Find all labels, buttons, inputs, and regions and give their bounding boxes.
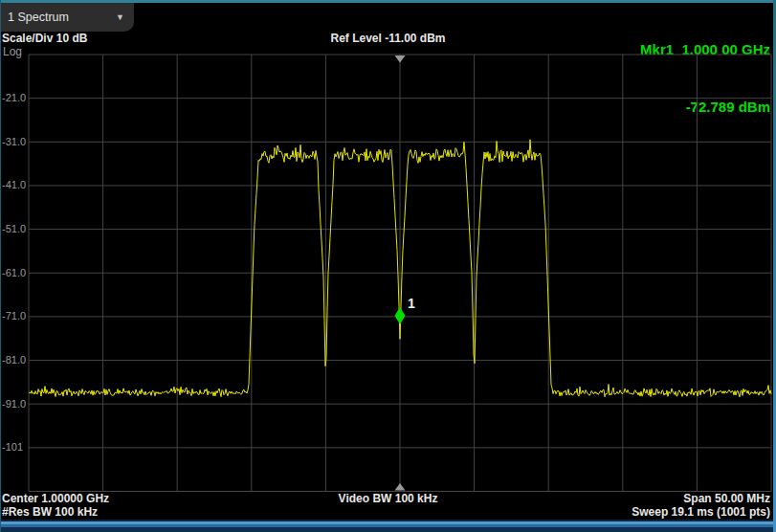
y-axis-tick-label: -61.0: [2, 267, 26, 278]
marker-1-diamond[interactable]: [395, 307, 406, 324]
ref-level-marker-icon: [395, 55, 406, 63]
center-freq-marker-icon: [395, 483, 406, 491]
y-axis-tick-label: -31.0: [2, 136, 26, 147]
marker-1-number-label: 1: [408, 296, 415, 311]
window-bottom-border: [0, 520, 776, 532]
res-bw-label: #Res BW 100 kHz: [2, 505, 98, 519]
y-axis-tick-label: -41.0: [2, 179, 26, 190]
video-bw-label: Video BW 100 kHz: [0, 492, 776, 505]
y-axis-tick-label: -81.0: [2, 354, 26, 366]
span-label: Span 50.00 MHz: [683, 492, 770, 505]
window-left-border: [0, 0, 1, 532]
y-axis-tick-label: -71.0: [2, 310, 26, 321]
sweep-label: Sweep 19.1 ms (1001 pts): [632, 505, 770, 519]
spectrum-plot: 1: [0, 0, 776, 532]
y-axis-tick-label: -51.0: [2, 223, 26, 234]
y-axis-tick-label: -91.0: [2, 398, 26, 410]
y-axis-tick-label: -21.0: [2, 92, 26, 103]
spectrum-analyzer-screen: 1 Spectrum ▼ Mkr1 1.000 00 GHz -72.789 d…: [0, 0, 776, 532]
y-axis-tick-label: -101: [2, 441, 23, 453]
